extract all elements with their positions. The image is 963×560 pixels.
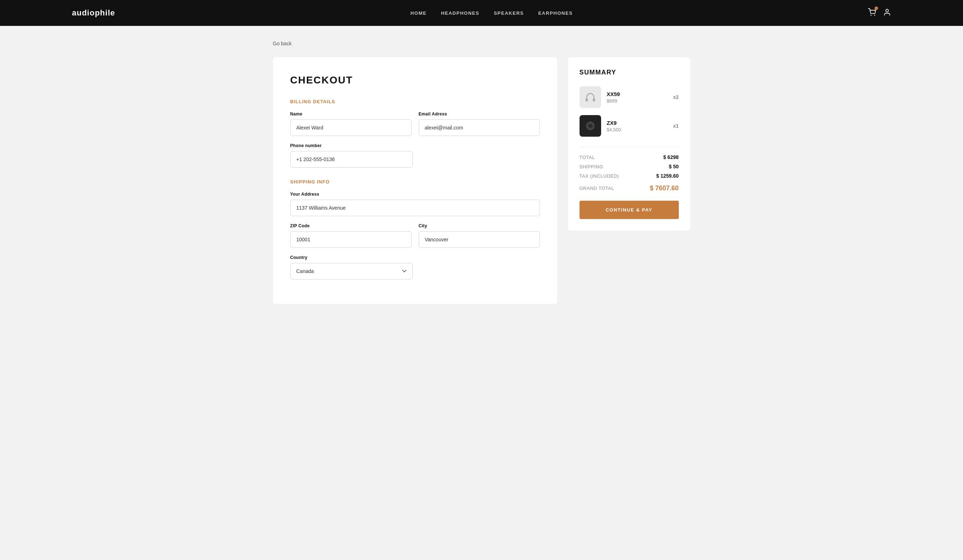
nav-links: HOME HEADPHONES SPEAKERS EARPHONES [410, 10, 573, 16]
shipping-label: SHIPPING INFO [290, 179, 540, 185]
nav-link-earphones[interactable]: EARPHONES [538, 10, 573, 16]
svg-point-7 [589, 125, 592, 127]
tax-value: $ 1259.60 [656, 173, 678, 179]
item-price-zx9: $4,500 [607, 127, 667, 132]
email-label: Email Adress [419, 112, 540, 117]
item-price-xx59: $899 [607, 98, 667, 104]
item-name-zx9: ZX9 [607, 120, 667, 126]
phone-input[interactable] [290, 151, 413, 168]
summary-card: SUMMARY XX59 $899 [568, 57, 690, 231]
brand-logo: audiophile [72, 8, 115, 18]
total-label: TOTAL [580, 155, 595, 160]
grand-total-value: $ 7607.60 [650, 185, 678, 192]
nav-link-headphones[interactable]: HEADPHONES [441, 10, 480, 16]
name-label: Name [290, 112, 412, 117]
city-label: City [419, 223, 540, 228]
address-label: Your Address [290, 192, 540, 197]
user-icon-button[interactable] [883, 8, 891, 18]
zip-input[interactable] [290, 231, 412, 248]
zip-label: ZIP Code [290, 223, 412, 228]
item-qty-xx59: x2 [673, 94, 679, 100]
phone-label: Phone number [290, 143, 413, 148]
item-image-zx9 [580, 115, 601, 137]
nav-link-home[interactable]: HOME [410, 10, 426, 16]
grand-total-row: GRAND TOTAL $ 7607.60 [580, 185, 679, 192]
checkout-form-card: CHECKOUT BILLING DETAILS Name Email Adre… [273, 57, 557, 304]
item-info-zx9: ZX9 $4,500 [607, 120, 667, 132]
svg-point-1 [874, 15, 875, 16]
svg-point-2 [886, 9, 888, 12]
cart-icon-button[interactable] [868, 8, 876, 18]
checkout-title: CHECKOUT [290, 74, 540, 86]
item-image-xx59 [580, 86, 601, 108]
summary-title: SUMMARY [580, 69, 679, 76]
email-input[interactable] [419, 120, 540, 136]
total-value: $ 6298 [663, 154, 679, 160]
cart-badge [874, 6, 878, 10]
summary-divider [580, 147, 679, 147]
country-label: Country [290, 255, 413, 260]
headphone-product-icon [584, 91, 597, 104]
tax-label: TAX (INCLUDED) [580, 173, 619, 179]
summary-item-zx9: ZX9 $4,500 x1 [580, 115, 679, 137]
speaker-product-icon [583, 119, 598, 133]
continue-pay-button[interactable]: CONTINUE & PAY [580, 201, 679, 219]
total-row: TOTAL $ 6298 [580, 154, 679, 160]
go-back-link[interactable]: Go back [273, 40, 292, 46]
svg-rect-3 [586, 99, 588, 102]
tax-row: TAX (INCLUDED) $ 1259.60 [580, 173, 679, 179]
shipping-section: SHIPPING INFO Your Address ZIP Code City [290, 179, 540, 280]
summary-items: XX59 $899 x2 [580, 86, 679, 137]
shipping-row: SHIPPING $ 50 [580, 163, 679, 169]
city-input[interactable] [419, 231, 540, 248]
address-input[interactable] [290, 200, 540, 216]
svg-point-8 [590, 122, 591, 123]
user-icon [883, 8, 891, 16]
item-qty-zx9: x1 [673, 123, 679, 129]
nav-link-speakers[interactable]: SPEAKERS [494, 10, 524, 16]
svg-rect-4 [593, 99, 595, 102]
shipping-summary-value: $ 50 [669, 163, 678, 169]
name-input[interactable] [290, 120, 412, 136]
country-select[interactable]: Canada United States United Kingdom Aust… [290, 263, 413, 280]
shipping-summary-label: SHIPPING [580, 164, 603, 169]
summary-item-xx59: XX59 $899 x2 [580, 86, 679, 108]
svg-point-0 [871, 15, 872, 16]
item-info-xx59: XX59 $899 [607, 91, 667, 104]
billing-label: BILLING DETAILS [290, 99, 540, 104]
nav-icons [868, 8, 891, 18]
billing-section: BILLING DETAILS Name Email Adress Phone … [290, 99, 540, 168]
grand-total-label: GRAND TOTAL [580, 186, 614, 191]
item-name-xx59: XX59 [607, 91, 667, 97]
